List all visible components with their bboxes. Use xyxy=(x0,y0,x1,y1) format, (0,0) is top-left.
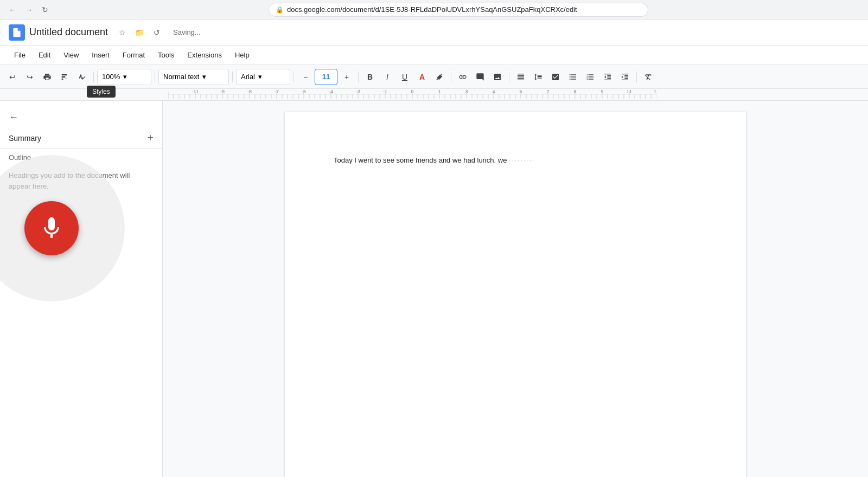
zoom-value: 100% xyxy=(102,73,120,81)
docs-logo xyxy=(9,24,25,41)
toolbar: ↩ ↪ 100% ▾ Normal text ▾ Arial ▾ − 11 + … xyxy=(0,65,868,89)
main-area: ← Summary + Outline Headings you add to … xyxy=(0,101,868,477)
address-bar[interactable]: 🔒 docs.google.com/document/d/1SE-5J8-RFL… xyxy=(269,3,648,17)
divider-4 xyxy=(293,72,294,82)
paint-format-button[interactable] xyxy=(56,69,73,85)
sidebar-back-button[interactable]: ← xyxy=(0,107,162,127)
svg-text:-7: -7 xyxy=(275,89,279,94)
saving-text: Saving... xyxy=(173,28,201,36)
svg-text:9: 9 xyxy=(601,89,603,94)
undo-button[interactable]: ↩ xyxy=(4,69,21,85)
underline-button[interactable]: U xyxy=(397,69,413,85)
svg-text:12: 12 xyxy=(654,89,656,94)
link-button[interactable] xyxy=(455,69,471,85)
numbered-list-button[interactable] xyxy=(582,69,598,85)
reload-button[interactable]: ↻ xyxy=(39,4,51,16)
checklist-button[interactable] xyxy=(547,69,564,85)
summary-label: Summary xyxy=(9,134,41,143)
indent-less-button[interactable] xyxy=(599,69,616,85)
bold-button[interactable]: B xyxy=(362,69,378,85)
doc-page: Today I went to see some friends and we … xyxy=(285,112,746,477)
menu-extensions[interactable]: Extensions xyxy=(182,49,227,61)
style-arrow-icon: ▾ xyxy=(202,73,206,81)
doc-title: Untitled document xyxy=(29,27,108,38)
doc-area[interactable]: Today I went to see some friends and we … xyxy=(163,101,868,477)
svg-text:7: 7 xyxy=(546,89,549,94)
header-icons: ☆ 📁 ↺ xyxy=(114,25,164,40)
cloud-save-button[interactable]: ↺ xyxy=(149,25,164,40)
clear-format-button[interactable] xyxy=(640,69,656,85)
style-dropdown[interactable]: Normal text ▾ xyxy=(158,69,229,85)
style-label: Normal text xyxy=(163,73,199,81)
zoom-arrow-icon: ▾ xyxy=(123,73,127,81)
folder-button[interactable]: 📁 xyxy=(132,25,147,40)
sidebar-summary: Summary + xyxy=(0,127,162,149)
menu-edit[interactable]: Edit xyxy=(33,49,56,61)
microphone-icon xyxy=(39,215,65,241)
back-button[interactable]: ← xyxy=(7,4,18,16)
menu-format[interactable]: Format xyxy=(117,49,150,61)
back-arrow-icon: ← xyxy=(9,112,18,123)
svg-text:0: 0 xyxy=(411,89,413,94)
forward-button[interactable]: → xyxy=(23,4,35,16)
font-size-box[interactable]: 11 xyxy=(315,69,337,85)
print-button[interactable] xyxy=(39,69,55,85)
ruler: -11-9-8-7-5-4-3-1013457891112 xyxy=(0,89,868,101)
indent-more-button[interactable] xyxy=(617,69,633,85)
divider-6 xyxy=(451,72,451,82)
svg-text:5: 5 xyxy=(519,89,522,94)
browser-bar: ← → ↻ 🔒 docs.google.com/document/d/1SE-5… xyxy=(0,0,868,20)
italic-button[interactable]: I xyxy=(379,69,395,85)
font-dropdown[interactable]: Arial ▾ xyxy=(236,69,290,85)
svg-text:11: 11 xyxy=(627,89,632,94)
menu-tools[interactable]: Tools xyxy=(152,49,180,61)
svg-text:3: 3 xyxy=(465,89,468,94)
font-size-plus-button[interactable]: + xyxy=(339,69,355,85)
sidebar-add-button[interactable]: + xyxy=(147,132,154,144)
redo-button[interactable]: ↪ xyxy=(22,69,38,85)
font-size-value: 11 xyxy=(322,73,330,81)
svg-text:-4: -4 xyxy=(329,89,333,94)
spellcheck-button[interactable] xyxy=(74,69,90,85)
doc-content: Today I went to see some friends and we … xyxy=(334,155,697,166)
image-button[interactable] xyxy=(489,69,506,85)
svg-text:-8: -8 xyxy=(247,89,252,94)
align-button[interactable] xyxy=(513,69,529,85)
divider-7 xyxy=(509,72,509,82)
ruler-marks: -11-9-8-7-5-4-3-1013457891112 xyxy=(168,89,656,101)
svg-text:-9: -9 xyxy=(220,89,225,94)
font-arrow-icon: ▾ xyxy=(258,73,262,81)
menu-bar: File Edit View Insert Format Tools Exten… xyxy=(0,46,868,65)
sidebar: ← Summary + Outline Headings you add to … xyxy=(0,101,163,477)
doc-text-content: Today I went to see some friends and we … xyxy=(334,156,507,164)
lock-icon: 🔒 xyxy=(276,6,284,14)
divider-8 xyxy=(636,72,637,82)
text-color-button[interactable]: A xyxy=(414,69,430,85)
menu-insert[interactable]: Insert xyxy=(86,49,115,61)
zoom-dropdown[interactable]: 100% ▾ xyxy=(97,69,151,85)
linespace-button[interactable] xyxy=(530,69,546,85)
divider-3 xyxy=(232,72,233,82)
divider-2 xyxy=(155,72,155,82)
svg-text:-11: -11 xyxy=(192,89,199,94)
mic-button[interactable] xyxy=(24,201,79,255)
svg-text:4: 4 xyxy=(492,89,495,94)
bullet-list-button[interactable] xyxy=(565,69,581,85)
menu-file[interactable]: File xyxy=(9,49,31,61)
svg-text:8: 8 xyxy=(573,89,576,94)
comment-button[interactable] xyxy=(472,69,488,85)
app-header: Untitled document ☆ 📁 ↺ Saving... xyxy=(0,20,868,46)
doc-typing-indicator: ········· xyxy=(509,156,535,166)
svg-text:-3: -3 xyxy=(356,89,360,94)
menu-view[interactable]: View xyxy=(58,49,84,61)
svg-text:1: 1 xyxy=(438,89,441,94)
url-text: docs.google.com/document/d/1SE-5J8-RFLda… xyxy=(287,5,577,14)
divider-5 xyxy=(358,72,359,82)
font-name: Arial xyxy=(241,73,255,81)
star-button[interactable]: ☆ xyxy=(114,25,130,40)
highlight-button[interactable] xyxy=(431,69,448,85)
font-size-minus-button[interactable]: − xyxy=(297,69,314,85)
divider-1 xyxy=(93,72,94,82)
svg-text:-5: -5 xyxy=(302,89,306,94)
menu-help[interactable]: Help xyxy=(229,49,255,61)
